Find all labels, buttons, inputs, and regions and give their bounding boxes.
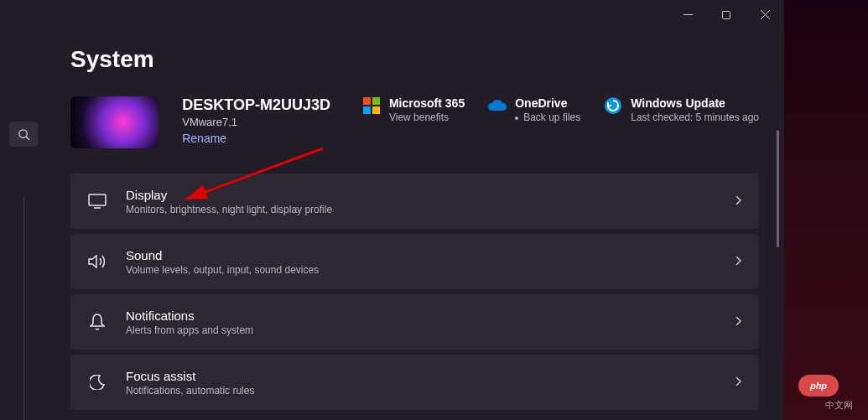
- desktop-background: [784, 0, 868, 420]
- pc-info: DESKTOP-M2UUJ3D VMware7,1 Rename: [182, 96, 330, 145]
- item-display[interactable]: Display Monitors, brightness, night ligh…: [70, 174, 759, 229]
- svg-rect-1: [723, 11, 730, 18]
- ms365-icon: [362, 96, 381, 115]
- chevron-right-icon: [735, 254, 742, 269]
- sidebar-divider: [23, 197, 24, 420]
- item-sub: Notifications, automatic rules: [126, 385, 735, 397]
- maximize-button[interactable]: [707, 2, 746, 29]
- item-title: Display: [126, 188, 735, 202]
- sound-icon: [87, 254, 107, 269]
- svg-line-5: [26, 137, 29, 140]
- search-button[interactable]: [9, 122, 38, 147]
- item-notifications[interactable]: Notifications Alerts from apps and syste…: [70, 294, 759, 350]
- item-sound[interactable]: Sound Volume levels, output, input, soun…: [70, 234, 759, 289]
- svg-rect-11: [89, 194, 106, 205]
- item-focus-assist[interactable]: Focus assist Notifications, automatic ru…: [70, 355, 759, 410]
- svg-point-4: [18, 130, 26, 137]
- rename-link[interactable]: Rename: [182, 132, 330, 145]
- sidebar: [0, 29, 47, 420]
- main-content: System DESKTOP-M2UUJ3D VMware7,1 Rename …: [47, 29, 784, 420]
- svg-rect-9: [372, 106, 380, 114]
- item-sub: Monitors, brightness, night light, displ…: [126, 204, 735, 215]
- pc-model: VMware7,1: [182, 116, 330, 128]
- ms365-sub: View benefits: [389, 111, 465, 123]
- titlebar: [0, 0, 784, 29]
- item-title: Notifications: [126, 309, 735, 323]
- cn-text: 中文网: [825, 399, 853, 412]
- pc-name: DESKTOP-M2UUJ3D: [182, 96, 330, 114]
- svg-rect-7: [372, 97, 380, 105]
- onedrive-title: OneDrive: [515, 96, 580, 110]
- close-button[interactable]: [746, 2, 784, 29]
- scrollbar[interactable]: [777, 130, 779, 247]
- bell-icon: [87, 314, 107, 330]
- chevron-right-icon: [735, 375, 742, 390]
- display-icon: [87, 194, 107, 209]
- item-sub: Volume levels, output, input, sound devi…: [126, 264, 735, 276]
- onedrive-sub: Back up files: [515, 111, 580, 123]
- quick-update[interactable]: Windows Update Last checked: 5 minutes a…: [604, 96, 759, 123]
- ms365-title: Microsoft 365: [389, 96, 465, 110]
- update-icon: [604, 96, 622, 115]
- pc-thumbnail: [70, 96, 159, 148]
- update-title: Windows Update: [631, 96, 759, 110]
- update-sub: Last checked: 5 minutes ago: [631, 111, 759, 123]
- svg-rect-8: [363, 106, 371, 114]
- chevron-right-icon: [735, 194, 742, 209]
- item-title: Sound: [126, 248, 735, 262]
- quick-ms365[interactable]: Microsoft 365 View benefits: [362, 96, 465, 123]
- item-sub: Alerts from apps and system: [126, 324, 735, 336]
- svg-rect-6: [363, 97, 371, 105]
- item-title: Focus assist: [126, 369, 735, 383]
- settings-window: System DESKTOP-M2UUJ3D VMware7,1 Rename …: [0, 0, 784, 420]
- moon-icon: [87, 375, 107, 390]
- quick-onedrive[interactable]: OneDrive Back up files: [488, 96, 580, 123]
- page-title: System: [70, 46, 759, 73]
- header-row: DESKTOP-M2UUJ3D VMware7,1 Rename Microso…: [70, 96, 759, 148]
- minimize-button[interactable]: [668, 2, 707, 29]
- php-badge: php: [798, 375, 839, 397]
- onedrive-icon: [488, 96, 507, 115]
- settings-items: Display Monitors, brightness, night ligh…: [70, 174, 759, 410]
- chevron-right-icon: [735, 314, 742, 329]
